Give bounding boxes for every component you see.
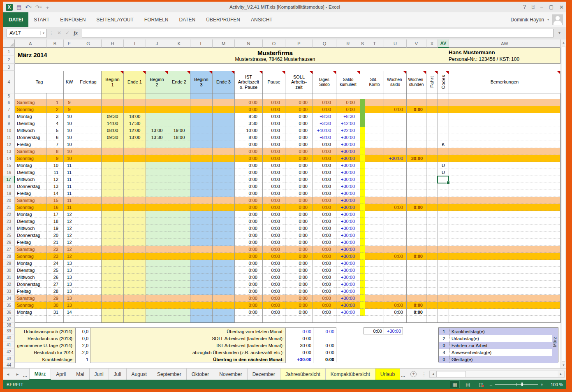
cell-S32[interactable] xyxy=(360,281,365,288)
cell-AV8[interactable] xyxy=(438,113,449,120)
cell-AV7[interactable] xyxy=(438,106,449,113)
cell-H12[interactable] xyxy=(102,141,124,148)
cell-E27[interactable]: 12 xyxy=(64,246,75,253)
cell-Q22[interactable]: 0:00 xyxy=(313,211,336,218)
cell-L26[interactable] xyxy=(190,239,213,246)
cell-S17[interactable] xyxy=(360,176,365,183)
cell-M12[interactable] xyxy=(213,141,235,148)
save-icon[interactable]: ▤ xyxy=(16,5,21,10)
cell-T30[interactable] xyxy=(365,267,384,274)
zoom-slider[interactable] xyxy=(495,384,538,385)
cell-AW30[interactable] xyxy=(449,267,560,274)
cell-AV18[interactable] xyxy=(438,183,449,190)
cell-AW29[interactable] xyxy=(449,260,560,267)
cell-AW31[interactable] xyxy=(449,274,560,281)
cell-P32[interactable]: 0:00 xyxy=(285,281,313,288)
cell-R29[interactable]: +30:00 xyxy=(336,260,360,267)
cell-AV32[interactable] xyxy=(438,281,449,288)
cell-E33[interactable]: 13 xyxy=(64,288,75,295)
table-header-ende-1[interactable]: Ende 1 xyxy=(124,71,146,93)
close-icon[interactable]: ✕ xyxy=(559,4,564,10)
row-header-38[interactable]: 38 xyxy=(3,323,15,327)
sheet-tab-april[interactable]: April xyxy=(51,369,71,380)
hscroll-right-icon[interactable]: ► xyxy=(558,371,564,377)
cell-B18[interactable]: 13 xyxy=(46,183,64,190)
name-box-dropdown-icon[interactable]: ▾ xyxy=(40,31,46,35)
cell-T24[interactable] xyxy=(365,225,384,232)
ribbon-tab-datei[interactable]: DATEI xyxy=(3,12,28,27)
cell-P6[interactable]: 0:00 xyxy=(285,99,313,106)
cell-J23[interactable] xyxy=(146,218,168,225)
cell-AW10[interactable] xyxy=(449,127,560,134)
cell-M21[interactable] xyxy=(213,204,235,211)
cell-H17[interactable] xyxy=(102,176,124,183)
cell-A10[interactable]: Mittwoch xyxy=(15,127,46,134)
cell-H36[interactable] xyxy=(102,309,124,316)
cell-A19[interactable]: Freitag xyxy=(15,190,46,197)
table-header-feiertag[interactable]: Feiertag xyxy=(75,71,102,93)
table-header-codes[interactable]: Codes xyxy=(438,71,449,93)
cell-T15[interactable] xyxy=(365,162,384,169)
cell-U17[interactable] xyxy=(384,176,407,183)
cell-P24[interactable]: 0:00 xyxy=(285,225,313,232)
cell-N14[interactable]: 0:00 xyxy=(235,155,263,162)
add-sheet-button[interactable]: + xyxy=(410,369,417,380)
cell-G14[interactable] xyxy=(75,155,102,162)
cell-R16[interactable]: +30:00 xyxy=(336,169,360,176)
cell-AW18[interactable] xyxy=(449,183,560,190)
cell-H30[interactable] xyxy=(102,267,124,274)
cell-X8[interactable] xyxy=(426,113,438,120)
cell-B28[interactable]: 23 xyxy=(46,253,64,260)
cell-B11[interactable]: 6 xyxy=(46,134,64,141)
cell-A23[interactable]: Dienstag xyxy=(15,218,46,225)
cell-E5[interactable] xyxy=(64,93,75,99)
table-header-wochen-[interactable]: Wochen- stunden xyxy=(407,71,426,93)
cell-S28[interactable] xyxy=(360,253,365,260)
cell-E23[interactable]: 12 xyxy=(64,218,75,225)
cell-H24[interactable] xyxy=(102,225,124,232)
cell-AV34[interactable] xyxy=(438,295,449,302)
cell-T34[interactable] xyxy=(365,295,384,302)
cell-AV19[interactable] xyxy=(438,190,449,197)
name-box[interactable]: AV17 ▾ xyxy=(7,29,47,37)
cell-J36[interactable] xyxy=(146,309,168,316)
cell-A12[interactable]: Freitag xyxy=(15,141,46,148)
cell-T9[interactable] xyxy=(365,120,384,127)
cell-I37[interactable] xyxy=(124,316,146,323)
cell-V18[interactable] xyxy=(407,183,426,190)
cell-AW24[interactable] xyxy=(449,225,560,232)
cell-N34[interactable]: 0:00 xyxy=(235,295,263,302)
column-header-H[interactable]: H xyxy=(102,39,124,48)
cell-O28[interactable]: 0:00 xyxy=(263,253,285,260)
cell-I18[interactable] xyxy=(124,183,146,190)
summary-v1[interactable]: +30:00 xyxy=(285,356,313,363)
cell-E21[interactable]: 11 xyxy=(64,204,75,211)
row-header-35[interactable]: 35 xyxy=(3,302,15,309)
cell-T37[interactable] xyxy=(365,316,384,323)
cell-G19[interactable] xyxy=(75,190,102,197)
cell-L11[interactable] xyxy=(190,134,213,141)
cell-S26[interactable] xyxy=(360,239,365,246)
cell-L14[interactable] xyxy=(190,155,213,162)
cell-E14[interactable]: 10 xyxy=(64,155,75,162)
cell-AW16[interactable] xyxy=(449,169,560,176)
cell-S31[interactable] xyxy=(360,274,365,281)
cell-A11[interactable]: Donnerstag xyxy=(15,134,46,141)
cell-L19[interactable] xyxy=(190,190,213,197)
cell-S6[interactable] xyxy=(360,99,365,106)
cell-X29[interactable] xyxy=(426,260,438,267)
cell-I23[interactable] xyxy=(124,218,146,225)
cell-I19[interactable] xyxy=(124,190,146,197)
ribbon-display-icon[interactable]: ⍐ xyxy=(532,4,535,10)
cell-O16[interactable]: 0:00 xyxy=(263,169,285,176)
cell-Q9[interactable]: +3:30 xyxy=(313,120,336,127)
horizontal-scroll-thumb[interactable] xyxy=(436,371,466,377)
cell-AW21[interactable] xyxy=(449,204,560,211)
row-header-36[interactable]: 36 xyxy=(3,309,15,316)
cell-R5[interactable] xyxy=(336,93,360,99)
column-header-M[interactable]: M xyxy=(213,39,235,48)
cell-V9[interactable] xyxy=(407,120,426,127)
cell-N12[interactable]: 0:00 xyxy=(235,141,263,148)
cell-R26[interactable]: +30:00 xyxy=(336,239,360,246)
cell-R9[interactable]: +12:00 xyxy=(336,120,360,127)
